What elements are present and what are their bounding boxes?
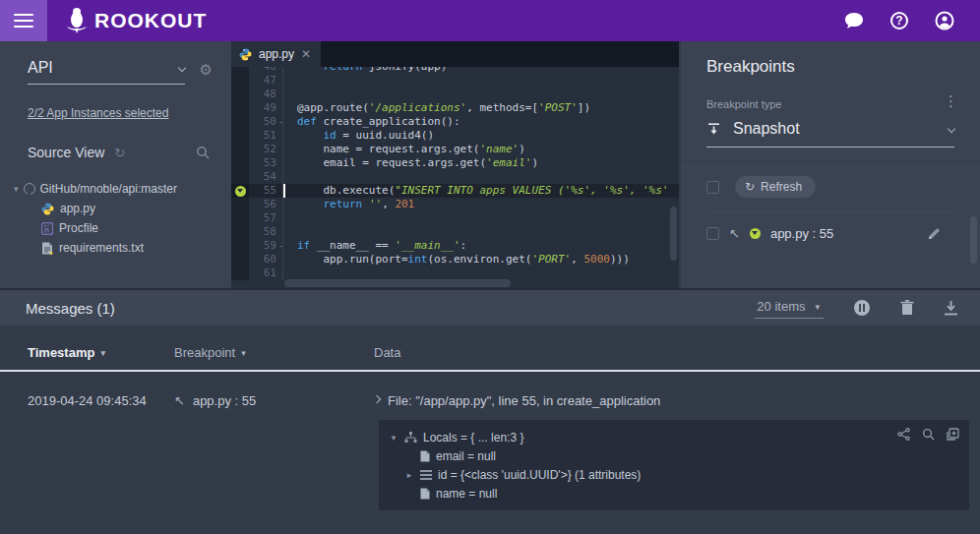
column-header-breakpoint[interactable]: Breakpoint▾ (174, 345, 374, 360)
share-icon[interactable] (897, 428, 910, 441)
breakpoint-gutter[interactable] (231, 225, 249, 239)
breakpoint-gutter[interactable] (231, 170, 249, 184)
fold-marker-icon[interactable]: - (277, 239, 284, 253)
breakpoint-gutter[interactable] (231, 253, 249, 267)
line-number[interactable]: 46 (249, 67, 282, 74)
tree-file-Procfile[interactable]: Procfile (41, 221, 231, 235)
breakpoint-gutter[interactable] (231, 184, 249, 198)
line-number[interactable]: 53 (249, 156, 282, 170)
hamburger-menu-button[interactable] (0, 0, 47, 41)
app-select[interactable]: API (28, 59, 185, 85)
line-number[interactable]: 52 (249, 143, 282, 156)
rookout-app: ROOKOUT ? API ⚙ 2/2 App Instances select… (0, 0, 980, 534)
line-number[interactable]: 60 (249, 253, 282, 267)
breakpoint-gutter[interactable] (231, 267, 249, 280)
column-header-timestamp[interactable]: Timestamp▾ (28, 345, 174, 360)
code-line: 61 (231, 267, 679, 280)
code-line-text (282, 211, 679, 225)
locals-item[interactable]: ▸id = {<class 'uuid.UUID'>} (1 attribute… (404, 465, 959, 484)
code-line-text: app.run(port=int(os.environ.get('PORT', … (282, 253, 679, 267)
tab-app-py[interactable]: app.py ✕ (231, 41, 321, 67)
breakpoint-icon[interactable] (235, 186, 246, 197)
breakpoint-gutter[interactable] (231, 198, 249, 211)
breakpoint-gutter[interactable] (231, 211, 249, 225)
breakpoint-gutter[interactable] (231, 129, 249, 143)
refresh-sources-icon[interactable]: ↻ (114, 146, 125, 160)
editor-vertical-scrollbar[interactable] (670, 207, 677, 261)
messages-header: Messages (1) 20 items ▾ (0, 290, 980, 326)
breakpoint-checkbox[interactable] (706, 227, 719, 240)
panel-scrollbar[interactable] (970, 216, 977, 264)
edit-pencil-icon[interactable] (928, 227, 941, 240)
message-row[interactable]: 2019-04-24 09:45:34↖app.py : 55File: "/a… (0, 372, 980, 408)
app-instances-link[interactable]: 2/2 App Instances selected (28, 106, 168, 120)
search-icon[interactable] (196, 146, 210, 159)
breakpoint-gutter[interactable] (231, 88, 249, 101)
line-number[interactable]: 48 (249, 88, 282, 101)
breakpoint-label: app.py : 55 (770, 226, 833, 241)
breakpoint-type-value: Snapshot (733, 120, 937, 138)
tree-structure-icon (404, 432, 417, 444)
line-number[interactable]: 50- (249, 115, 282, 129)
line-number[interactable]: 56 (249, 198, 282, 211)
code-line: 46 return jsonify(app) (231, 67, 679, 74)
download-icon[interactable] (944, 301, 958, 316)
code-line: 49@app.route('/applications', methods=['… (231, 101, 679, 115)
tree-repo-root[interactable]: ▾ GitHub/mnoble/api:master (14, 182, 231, 196)
breakpoint-gutter[interactable] (231, 67, 249, 74)
breakpoint-type-label: Breakpoint type (706, 98, 954, 110)
select-all-checkbox[interactable] (706, 181, 719, 194)
code-line-text: db.execute("INSERT INTO apps VALUES ('%s… (282, 184, 679, 198)
line-number[interactable]: 59- (249, 239, 282, 253)
line-number[interactable]: 57 (249, 211, 282, 225)
leaf-doc-icon (420, 450, 430, 462)
line-number[interactable]: 58 (249, 225, 282, 239)
breakpoint-gutter[interactable] (231, 115, 249, 129)
tree-file-requirements.txt[interactable]: requirements.txt (41, 241, 231, 255)
logo-text: ROOKOUT (94, 9, 207, 32)
profile-icon[interactable] (935, 11, 954, 30)
horizontal-scrollbar[interactable] (284, 279, 511, 287)
search-icon[interactable] (922, 428, 935, 441)
breakpoint-type-select[interactable]: Snapshot (706, 120, 954, 148)
breakpoint-gutter[interactable] (231, 74, 249, 88)
rookout-logo: ROOKOUT (65, 7, 207, 34)
breakpoint-gutter[interactable] (231, 239, 249, 253)
breakpoint-list-item[interactable]: ↖app.py : 55 (706, 226, 954, 241)
refresh-icon: ↻ (745, 180, 755, 194)
chat-icon[interactable] (844, 11, 864, 30)
line-number[interactable]: 51 (249, 129, 282, 143)
fold-marker-icon[interactable]: - (277, 115, 284, 129)
breakpoint-gutter[interactable] (231, 156, 249, 170)
message-breakpoint: ↖app.py : 55 (174, 393, 374, 408)
breakpoint-gutter[interactable] (231, 101, 249, 115)
code-line: 50-def create_application(): (231, 115, 679, 129)
open-in-new-icon[interactable] (947, 428, 959, 441)
code-line: 54 (231, 170, 679, 184)
code-line: 55 db.execute("INSERT INTO apps VALUES (… (231, 184, 679, 198)
line-number[interactable]: 49 (249, 101, 282, 115)
refresh-button[interactable]: ↻ Refresh (735, 176, 816, 198)
file-name: app.py (60, 202, 95, 215)
pause-icon[interactable] (853, 299, 871, 317)
caret-right-icon[interactable]: ▸ (404, 470, 414, 480)
help-icon[interactable]: ? (889, 11, 909, 30)
caret-down-icon[interactable]: ▾ (389, 433, 398, 443)
line-number[interactable]: 55 (249, 184, 282, 198)
close-tab-icon[interactable]: ✕ (301, 47, 311, 61)
tree-file-app.py[interactable]: app.py (41, 202, 231, 215)
repo-label: GitHub/mnoble/api:master (40, 182, 177, 196)
trash-icon[interactable] (900, 300, 914, 316)
file-name: requirements.txt (59, 241, 144, 255)
page-size-select[interactable]: 20 items ▾ (755, 297, 824, 319)
gear-icon[interactable]: ⚙ (200, 61, 213, 79)
line-number[interactable]: 54 (249, 170, 282, 184)
code-line-text (282, 170, 679, 184)
line-number[interactable]: 61 (249, 267, 282, 280)
breakpoint-gutter[interactable] (231, 143, 249, 156)
code-line-text (282, 88, 679, 101)
kebab-menu-icon[interactable]: ⋮ (944, 92, 958, 110)
message-data-expander[interactable]: File: "/app/app.py", line 55, in create_… (374, 393, 980, 408)
line-number[interactable]: 47 (249, 74, 282, 88)
code-line: 52 name = request.args.get('name') (231, 143, 679, 156)
